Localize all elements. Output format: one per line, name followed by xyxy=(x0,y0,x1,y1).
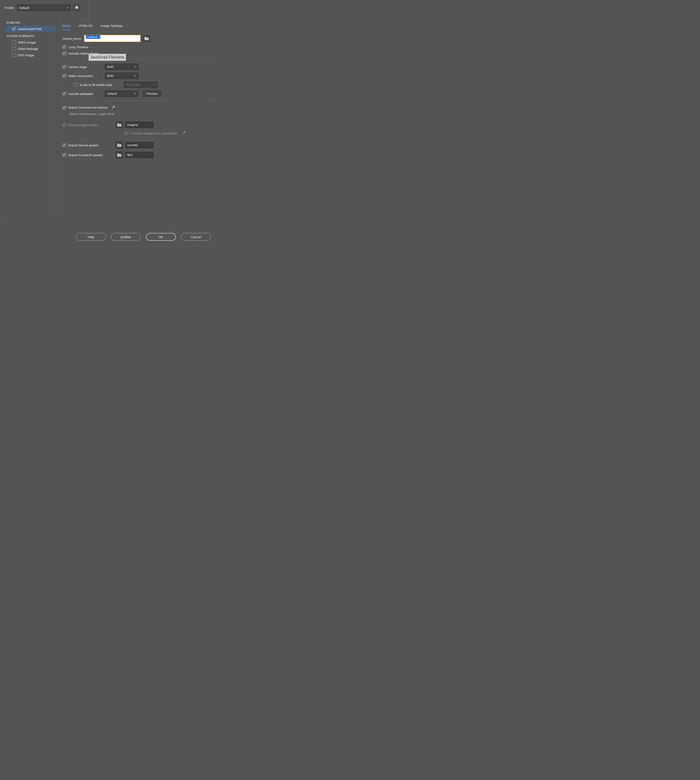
preview-button-label: Preview xyxy=(147,92,158,95)
checkbox-jpeg[interactable] xyxy=(12,40,16,44)
sidebar-item-label: JPEG Image xyxy=(18,40,36,44)
browse-output-button[interactable] xyxy=(143,35,150,42)
format-sidebar: PUBLISH JavaScript/HTML OTHER FORMATS JP… xyxy=(4,18,56,217)
help-button-label: Help xyxy=(88,235,94,239)
scale-fill-label: Scale to fill visible area xyxy=(80,83,122,87)
browse-sound-folder[interactable] xyxy=(115,142,123,149)
browse-image-folder[interactable] xyxy=(115,121,123,128)
export-sound-label: Export Sound assets: xyxy=(68,143,113,147)
publish-button[interactable]: Publish xyxy=(111,233,141,241)
footer-buttons: Help Publish OK Cancel xyxy=(0,233,217,241)
include-preloader-select[interactable]: Default xyxy=(105,90,138,97)
checkbox-loop-timeline[interactable] xyxy=(63,45,67,49)
preview-button[interactable]: Preview xyxy=(143,90,161,97)
export-createjs-label: Export CreateJS assets: xyxy=(68,153,113,157)
sidebar-item-oam[interactable]: OAM Package xyxy=(5,45,56,52)
center-stage-select[interactable]: Both xyxy=(105,63,138,70)
wrench-icon xyxy=(182,131,186,135)
checkbox-export-sound[interactable] xyxy=(63,143,67,147)
settings-panel: Basic HTML/JS Image Settings Output name… xyxy=(63,18,213,217)
image-path-input[interactable] xyxy=(125,122,153,128)
loop-timeline-row: Loop Timeline xyxy=(63,45,213,49)
profile-value: Default xyxy=(19,6,30,10)
checkbox-export-texture[interactable] xyxy=(63,106,67,110)
include-preloader-value: Default xyxy=(107,92,117,95)
browse-createjs-folder[interactable] xyxy=(115,151,123,158)
folder-icon xyxy=(117,123,122,127)
tab-image-settings[interactable]: Image Settings xyxy=(101,24,123,30)
export-sound-row: Export Sound assets: xyxy=(63,142,213,149)
center-stage-value: Both xyxy=(107,65,113,68)
checkbox-combine-sprites xyxy=(124,132,128,135)
help-button[interactable]: Help xyxy=(76,233,106,241)
tab-bar: Basic HTML/JS Image Settings xyxy=(63,24,213,30)
profile-select[interactable]: Default xyxy=(17,4,71,11)
center-stage-label: Center stage xyxy=(68,65,103,69)
ok-button-label: OK xyxy=(158,235,163,239)
chevron-down-icon xyxy=(134,92,137,95)
loop-timeline-label: Loop Timeline xyxy=(68,45,88,49)
output-row: Output name: Untitled-1 xyxy=(63,35,213,42)
chevron-down-icon xyxy=(134,65,137,68)
checkbox-scale-fill[interactable] xyxy=(73,83,77,87)
include-hidden-row: Include hidden layers xyxy=(63,52,213,55)
wrench-icon[interactable] xyxy=(112,105,115,110)
folder-icon xyxy=(145,37,149,40)
cancel-button-label: Cancel xyxy=(191,235,201,239)
combine-sprites-row: Combine images into spritesheet xyxy=(124,131,213,135)
chevron-down-icon xyxy=(134,74,137,77)
cancel-button[interactable]: Cancel xyxy=(181,233,211,241)
output-name-value: Untitled-1 xyxy=(86,35,100,39)
export-texture-note: (Better Performance, Larger Size) xyxy=(69,112,213,116)
make-responsive-row: Make responsive Both xyxy=(63,73,213,79)
checkbox-jshtml[interactable] xyxy=(12,27,16,31)
make-responsive-select[interactable]: Both xyxy=(105,73,138,79)
scale-fill-row: Scale to fill visible area Fit in view xyxy=(73,82,213,88)
checkbox-svg[interactable] xyxy=(12,53,16,57)
checkbox-export-image xyxy=(63,123,67,127)
folder-icon xyxy=(117,153,122,157)
sidebar-item-label: JavaScript/HTML xyxy=(18,27,42,31)
checkbox-include-hidden[interactable] xyxy=(63,52,67,55)
export-texture-label: Export document as texture xyxy=(68,106,108,109)
checkbox-export-createjs[interactable] xyxy=(63,153,67,157)
profile-row: Profile: Default xyxy=(0,0,217,17)
profile-settings-button[interactable] xyxy=(73,4,80,11)
ok-button[interactable]: OK xyxy=(146,233,176,241)
export-image-row: Export Image assets: xyxy=(63,121,213,128)
sound-path-input[interactable] xyxy=(125,142,153,148)
output-name-input[interactable]: Untitled-1 xyxy=(84,35,141,42)
include-preloader-row: Include preloader Default Preview xyxy=(63,90,213,97)
tab-basic[interactable]: Basic xyxy=(63,24,71,30)
checkbox-oam[interactable] xyxy=(12,47,16,51)
createjs-path-input[interactable] xyxy=(125,152,153,158)
make-responsive-value: Both xyxy=(107,74,113,77)
checkbox-include-preloader[interactable] xyxy=(63,92,67,96)
checkbox-center-stage[interactable] xyxy=(63,65,67,69)
sidebar-item-label: OAM Package xyxy=(18,47,38,51)
sidebar-item-jshtml[interactable]: JavaScript/HTML xyxy=(5,26,56,32)
combine-sprites-label: Combine images into spritesheet xyxy=(130,132,177,135)
sidebar-item-jpeg[interactable]: JPEG Image xyxy=(5,39,56,45)
gear-icon xyxy=(75,5,78,10)
sidebar-item-label: SVG Image xyxy=(18,53,34,57)
tab-htmljs[interactable]: HTML/JS xyxy=(79,24,93,30)
chevron-down-icon xyxy=(153,83,156,87)
include-preloader-label: Include preloader xyxy=(68,92,103,96)
export-image-label: Export Image assets: xyxy=(68,123,113,127)
output-name-label: Output name: xyxy=(63,37,82,40)
output-tooltip: JavaScript Filename xyxy=(88,54,126,61)
make-responsive-label: Make responsive xyxy=(68,74,103,78)
publish-button-label: Publish xyxy=(121,235,131,239)
checkbox-make-responsive[interactable] xyxy=(63,74,67,78)
center-stage-row: Center stage Both xyxy=(63,63,213,70)
scale-fill-select: Fit in view xyxy=(124,82,158,88)
export-createjs-row: Export CreateJS assets: xyxy=(63,151,213,158)
sidebar-header-publish: PUBLISH xyxy=(5,18,56,26)
sidebar-header-other: OTHER FORMATS xyxy=(5,32,56,39)
chevron-down-icon xyxy=(66,6,69,10)
scale-fill-value: Fit in view xyxy=(126,83,140,87)
profile-label: Profile: xyxy=(5,6,15,10)
export-texture-row: Export document as texture xyxy=(63,105,213,110)
sidebar-item-svg[interactable]: SVG Image xyxy=(5,52,56,58)
